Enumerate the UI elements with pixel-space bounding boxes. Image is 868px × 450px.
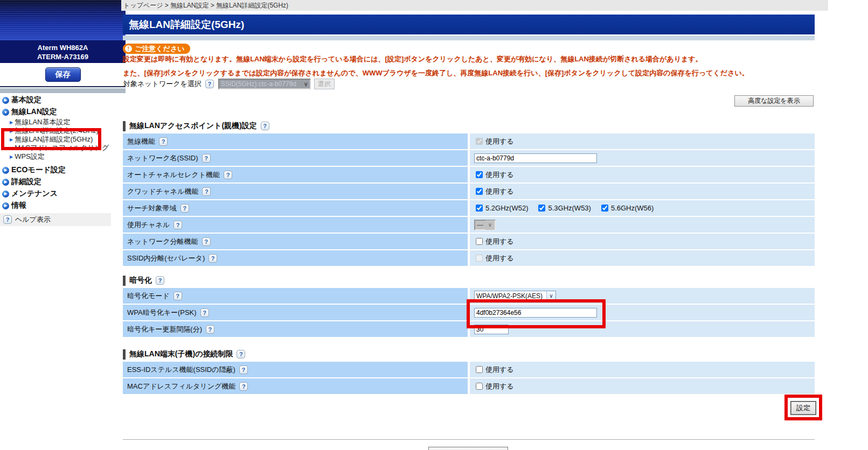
help-icon[interactable]: ? — [205, 80, 214, 88]
key-update-interval-input[interactable] — [474, 325, 509, 334]
help-icon[interactable]: ? — [202, 154, 211, 163]
table-row: 暗号化キー更新間隔(分)? — [123, 321, 815, 337]
encryption-mode-select[interactable]: WPA/WPA2-PSK(AES) ∨ — [474, 291, 556, 301]
table-row: 使用チャネル? — ∨ — [123, 217, 815, 233]
table-row: ネットワーク名(SSID)? — [123, 150, 815, 166]
sidebar-divider — [0, 88, 126, 93]
help-icon[interactable]: ? — [209, 254, 217, 263]
triangle-bullet-icon: ▶ — [10, 154, 13, 159]
help-icon[interactable]: ? — [261, 122, 269, 130]
help-icon[interactable]: ? — [173, 221, 182, 229]
mac-filtering-checkbox[interactable] — [476, 383, 483, 390]
section-bar — [123, 276, 126, 286]
channel-select: — ∨ — [474, 220, 496, 230]
help-icon[interactable]: ? — [239, 365, 248, 374]
title-underline-strip — [123, 36, 815, 40]
sidebar-menu: ▶ 基本設定 ▼ 無線LAN設定 ▶ 無線LAN基本設定 ▶ 無線LAN詳細設定… — [2, 94, 124, 212]
help-icon[interactable]: ? — [239, 382, 248, 391]
brand-gradient-banner — [0, 0, 126, 40]
sidebar-item-wlan-detail-24ghz[interactable]: ▶ 無線LAN詳細設定(2.4GHz) — [2, 126, 124, 135]
help-icon[interactable]: ? — [237, 350, 245, 358]
help-icon[interactable]: ? — [156, 276, 164, 285]
table-row: ESS-IDステルス機能(SSIDの隠蔽)? 使用する — [123, 362, 815, 377]
sidebar-item-basic-settings[interactable]: ▶ 基本設定 — [2, 94, 124, 106]
triangle-bullet-icon: ▶ — [10, 120, 13, 125]
circle-arrow-icon: ▶ — [2, 167, 9, 174]
help-icon[interactable]: ? — [202, 237, 211, 246]
quad-channel-checkbox[interactable] — [476, 188, 483, 195]
triangle-bullet-icon: ▶ — [10, 137, 13, 142]
circle-arrow-icon: ▶ — [2, 191, 9, 198]
device-model-name: Aterm WH862A — [0, 43, 126, 52]
save-button[interactable]: 保存 — [45, 67, 81, 82]
target-network-label: 対象ネットワークを選択 — [123, 79, 202, 89]
network-separation-checkbox[interactable] — [476, 238, 483, 245]
help-icon[interactable]: ? — [206, 325, 214, 334]
help-icon[interactable]: ? — [202, 187, 211, 196]
sidebar-item-wlan-detail-5ghz[interactable]: ▶ 無線LAN詳細設定(5GHz) — [2, 135, 124, 144]
sidebar-item-wlan-basic[interactable]: ▶ 無線LAN基本設定 — [2, 118, 124, 126]
exclamation-icon: ! — [125, 45, 132, 52]
section-header-connection-limit: 無線LAN端末(子機)の接続制限 ? — [123, 349, 815, 360]
device-network-name: ATERM-A73169 — [0, 52, 126, 61]
help-icon[interactable]: ? — [3, 215, 12, 224]
help-icon[interactable]: ? — [180, 204, 189, 213]
ssid-input[interactable] — [474, 153, 597, 163]
sidebar-item-mac-filtering[interactable]: ▶ MACアドレスフィルタリング — [2, 144, 124, 152]
help-icon[interactable]: ? — [200, 308, 209, 317]
band-w52-checkbox[interactable] — [476, 205, 483, 212]
triangle-bullet-icon: ▶ — [10, 146, 13, 151]
table-row: WPA暗号化キー(PSK)? — [123, 305, 815, 320]
table-row: SSID内分離(セパレータ)? 使用する — [123, 250, 815, 266]
target-network-row: 対象ネットワークを選択 ? SSID(5GHz):ctc-a-b0779d ∨ … — [123, 79, 335, 89]
table-row: ネットワーク分離機能? 使用する — [123, 234, 815, 249]
circle-arrow-icon: ▶ — [2, 97, 9, 104]
device-model-box: Aterm WH862A ATERM-A73169 — [0, 40, 126, 63]
table-row: MACアドレスフィルタリング機能? 使用する — [123, 378, 815, 394]
apply-settings-button[interactable]: 設定 — [790, 401, 816, 415]
sidebar-item-detail-settings[interactable]: ▶ 詳細設定 — [2, 176, 124, 188]
chevron-down-icon: ∨ — [304, 81, 308, 88]
band-w53-checkbox[interactable] — [538, 205, 545, 212]
sidebar-item-wps[interactable]: ▶ WPS設定 — [2, 152, 124, 161]
page-title: 無線LAN詳細設定(5GHz) — [123, 15, 815, 34]
router-admin-page: Aterm WH862A ATERM-A73169 保存 ▶ 基本設定 ▼ 無線… — [0, 0, 868, 450]
settings-sections: 無線LANアクセスポイント(親機)設定 ? 無線機能? 使用する ネットワーク名… — [123, 121, 815, 395]
warning-line-2: また、[保存]ボタンをクリックするまでは設定内容が保存されませんので、WWWブラ… — [123, 68, 823, 78]
table-row: 暗号化モード? WPA/WPA2-PSK(AES) ∨ — [123, 288, 815, 304]
essid-stealth-checkbox[interactable] — [476, 366, 483, 373]
circle-arrow-icon: ▶ — [2, 179, 9, 186]
breadcrumb: トップページ > 無線LAN設定 > 無線LAN詳細設定(5GHz) — [121, 0, 828, 11]
triangle-bullet-icon: ▶ — [10, 129, 13, 133]
section-bar — [123, 349, 126, 360]
help-icon[interactable]: ? — [159, 137, 168, 146]
auto-channel-select-checkbox[interactable] — [476, 171, 483, 178]
table-row: クワッドチャネル機能? 使用する — [123, 184, 815, 199]
band-w56-checkbox[interactable] — [601, 205, 608, 212]
section-header-ap: 無線LANアクセスポイント(親機)設定 ? — [123, 121, 815, 131]
caution-badge: ! ご注意ください — [123, 44, 190, 54]
table-row: サーチ対象帯域? 5.2GHz(W52) 5.3GHz(W53) 5.6GHz(… — [123, 200, 815, 216]
back-to-top-button[interactable]: トップページへ戻る — [428, 447, 508, 450]
help-icon[interactable]: ? — [224, 171, 232, 179]
sidebar-item-maintenance[interactable]: ▶ メンテナンス — [2, 188, 124, 200]
circle-arrow-down-icon: ▼ — [2, 109, 9, 116]
show-advanced-settings-button[interactable]: 高度な設定を表示 — [734, 95, 814, 107]
circle-arrow-icon: ▶ — [2, 202, 9, 209]
warning-line-1: 設定変更は即時に有効となります。無線LAN端末から設定を行っている場合には、[設… — [123, 54, 823, 64]
save-box: 保存 — [0, 63, 126, 87]
section-bar — [123, 121, 126, 131]
sidebar-item-eco-mode[interactable]: ▶ ECOモード設定 — [2, 164, 124, 176]
help-icon[interactable]: ? — [173, 292, 182, 300]
select-button: 選択 — [314, 79, 335, 89]
sidebar-item-information[interactable]: ▶ 情報 — [2, 200, 124, 212]
ssid-separator-checkbox — [476, 255, 483, 262]
chevron-down-icon: ∨ — [485, 220, 495, 230]
chevron-down-icon: ∨ — [546, 291, 555, 301]
help-display-row[interactable]: ? ヘルプ表示 — [0, 213, 111, 226]
sidebar-item-wlan-settings[interactable]: ▼ 無線LAN設定 — [2, 106, 124, 118]
radio-function-checkbox — [476, 138, 483, 145]
wpa-psk-input[interactable] — [474, 308, 597, 318]
footer-divider — [123, 439, 815, 440]
table-row: オートチャネルセレクト機能? 使用する — [123, 167, 815, 182]
